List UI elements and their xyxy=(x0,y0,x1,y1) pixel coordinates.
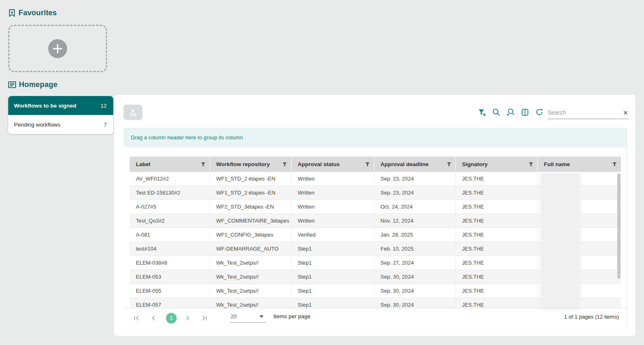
favourites-heading: Favourites xyxy=(8,9,57,17)
column-header[interactable]: Workflow repository xyxy=(210,157,291,172)
column-header-label: Full name xyxy=(544,161,570,167)
vertical-scrollbar-thumb[interactable] xyxy=(617,174,621,279)
column-filter-icon[interactable] xyxy=(365,162,370,167)
cell-workflow-repository: WF1_STD_2 étapes -EN xyxy=(210,172,291,185)
homepage-heading: Homepage xyxy=(8,80,58,89)
page-number-button[interactable]: 1 xyxy=(166,313,177,324)
first-page-button[interactable] xyxy=(131,312,143,324)
cell-approval-deadline: Sep. 30, 2024 xyxy=(374,270,455,284)
cell-workflow-repository: WF_COMMENTAIRE_3étapes xyxy=(210,214,291,228)
plus-icon[interactable] xyxy=(48,39,67,58)
column-header-label: Signatory xyxy=(462,161,488,167)
cell-signatory: JES.THE xyxy=(455,256,537,270)
workflow-approval-icon xyxy=(128,108,138,117)
cell-label: test#104 xyxy=(130,242,210,256)
next-page-button[interactable] xyxy=(181,312,194,324)
sign-workflow-button[interactable] xyxy=(124,105,142,120)
full-name-redaction-blur xyxy=(542,175,579,308)
cell-approval-status: Step1 xyxy=(291,284,374,298)
grid-toolbar xyxy=(478,108,544,116)
cell-approval-status: Step1 xyxy=(291,298,374,308)
cell-label: A-081 xyxy=(130,228,210,242)
column-filter-icon[interactable] xyxy=(447,162,451,167)
cell-approval-deadline: Nov. 12, 2024 xyxy=(374,214,455,228)
cell-workflow-repository: Wk_Test_2setps// xyxy=(210,298,291,308)
search-input[interactable] xyxy=(548,109,622,116)
last-page-button[interactable] xyxy=(198,312,210,324)
sidebar-item[interactable]: Workflows to be signed 12 xyxy=(8,96,113,115)
column-filter-icon[interactable] xyxy=(282,162,287,167)
cell-label: ELEM-055 xyxy=(130,284,210,298)
cell-approval-deadline: Sep. 23, 2024 xyxy=(374,186,455,199)
cell-approval-status: Written xyxy=(291,200,374,214)
column-header-label: Approval status xyxy=(298,161,340,167)
column-header-label: Label xyxy=(136,161,150,167)
cell-approval-status: Step1 xyxy=(291,256,374,270)
group-panel[interactable]: Drag a column header here to group its c… xyxy=(124,128,627,147)
pager-bar: 1 20 Items per page 1 of 1 pages (12 ite… xyxy=(124,308,627,328)
cell-workflow-repository: WF-DEMARRAGE_AUTO xyxy=(210,242,291,256)
column-header[interactable]: Signatory xyxy=(455,157,537,172)
clear-filter-icon[interactable] xyxy=(478,108,486,116)
column-filter-icon[interactable] xyxy=(612,162,617,167)
search-icon[interactable] xyxy=(492,108,500,116)
column-header-label: Workflow repository xyxy=(216,161,270,167)
cell-approval-deadline: Oct. 24, 2024 xyxy=(374,200,455,214)
cell-signatory: JES.THE xyxy=(455,298,537,308)
cell-approval-deadline: Sep. 30, 2024 xyxy=(374,284,455,298)
search-clear-icon[interactable]: ✕ xyxy=(622,110,629,116)
search-field: ✕ xyxy=(548,106,628,119)
column-header-label: Approval deadline xyxy=(380,161,429,167)
page-size-select[interactable]: 20 xyxy=(230,313,266,323)
cell-signatory: JES.THE xyxy=(455,284,537,298)
cell-signatory: JES.THE xyxy=(455,200,537,214)
grid-right-border xyxy=(627,128,627,328)
cell-signatory: JES.THE xyxy=(455,172,537,185)
add-favourite-tile[interactable] xyxy=(8,25,107,72)
column-header[interactable]: Label xyxy=(130,157,210,172)
refresh-icon[interactable] xyxy=(535,108,544,116)
chevron-down-icon xyxy=(259,315,264,318)
cell-approval-deadline: Sep. 27, 2024 xyxy=(374,256,455,270)
cell-workflow-repository: Wk_Test_2setps// xyxy=(210,270,291,284)
previous-page-button[interactable] xyxy=(147,312,160,324)
cell-approval-deadline: Feb. 10, 2025 xyxy=(374,242,455,256)
cell-signatory: JES.THE xyxy=(455,186,537,199)
cell-approval-deadline: Sep. 30, 2024 xyxy=(374,298,455,308)
cell-approval-status: Verified xyxy=(291,228,374,242)
column-header[interactable]: Approval deadline xyxy=(374,157,455,172)
favourites-title: Favourites xyxy=(19,9,57,17)
column-filter-icon[interactable] xyxy=(529,162,533,167)
cell-label: ELEM-053 xyxy=(130,270,210,284)
cell-workflow-repository: WF1_STD_2 étapes -EN xyxy=(210,186,291,199)
cell-workflow-repository: WF2_STD_3étapes -EN xyxy=(210,200,291,214)
column-chooser-icon[interactable] xyxy=(521,108,529,116)
cell-approval-status: Step1 xyxy=(291,270,374,284)
list-icon xyxy=(8,81,16,88)
cell-signatory: JES.THE xyxy=(455,214,537,228)
sidebar-item-count: 12 xyxy=(100,103,107,109)
cell-approval-deadline: Sep. 23, 2024 xyxy=(374,172,455,185)
cell-label: AV_WF012#2 xyxy=(130,172,210,185)
column-header[interactable]: Full name xyxy=(537,157,621,172)
items-per-page-label: Items per page xyxy=(273,313,310,319)
cell-label: ELEM-057 xyxy=(130,298,210,308)
cell-label: Test ED-158130#2 xyxy=(130,186,210,199)
column-filter-icon[interactable] xyxy=(201,162,205,167)
cell-approval-status: Written xyxy=(291,186,374,199)
cell-workflow-repository: WF1_CONFIG_3étapes xyxy=(210,228,291,242)
sidebar-item-label: Workflows to be signed xyxy=(14,103,76,109)
sidebar-item[interactable]: Pending workflows 7 xyxy=(8,115,113,134)
cell-label: A-027#5 xyxy=(130,200,210,214)
table-header-row: Label Workflow repository Approval statu… xyxy=(130,157,621,172)
group-hint-text: Drag a column header here to group its c… xyxy=(131,134,243,141)
homepage-title: Homepage xyxy=(19,80,58,89)
cell-workflow-repository: Wk_Test_2setps// xyxy=(210,256,291,270)
page-size-value: 20 xyxy=(231,313,236,319)
sidebar-item-label: Pending workflows xyxy=(14,122,61,128)
search-in-grid-icon[interactable] xyxy=(506,108,515,116)
cell-label: ELEM-038#8 xyxy=(130,256,210,270)
cell-signatory: JES.THE xyxy=(455,228,537,242)
column-header[interactable]: Approval status xyxy=(291,157,374,172)
cell-approval-status: Written xyxy=(291,172,374,185)
